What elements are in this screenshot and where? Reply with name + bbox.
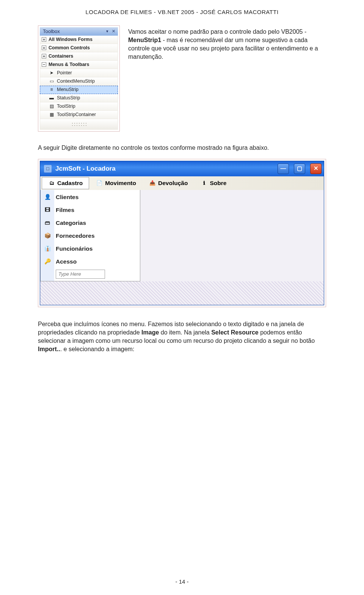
page-number: - 14 - [0,578,364,586]
menu-item-label: Devolução [158,179,188,187]
expand-icon[interactable] [42,37,46,42]
page-header: LOCADORA DE FILMES - VB.NET 2005 - JOSÉ … [38,0,326,20]
pointer-icon: ➤ [49,70,55,76]
dropdown-item-acesso[interactable]: 🔑 Acesso [41,255,139,268]
dropdown-item-label: Acesso [56,257,77,265]
toolbox-title-text: Toolbox [43,28,60,35]
toolbox-group-containers[interactable]: Containers [40,52,118,61]
toolbox-titlebar: Toolbox ▾ ✕ [40,27,118,36]
dropdown-item-label: Categorias [56,219,86,227]
type-here-input[interactable] [56,270,105,279]
maximize-button[interactable]: ▢ [294,163,305,174]
tool-strip-icon: ▤ [49,103,55,109]
devolucao-icon: 📥 [149,180,156,187]
collapse-icon[interactable] [42,62,46,67]
dropdown-item-filmes[interactable]: 🎞 Filmes [41,204,139,217]
toolbox-item-statusstrip[interactable]: ▬ StatusStrip [40,94,118,102]
para1-text-1: Vamos aceitar o nome padrão para o contr… [128,28,306,35]
toolbox-item-label: ToolStripContainer [57,111,96,118]
toolbox-frame: Toolbox ▾ ✕ All Windows Forms Common Con… [38,25,120,132]
app-icon: □ [44,165,52,173]
toolbox-group-label: All Windows Forms [49,36,93,43]
para2-bold-3: Import.. [38,346,60,352]
sobre-icon: ℹ [201,180,207,187]
acesso-icon: 🔑 [43,257,52,266]
toolbox-item-pointer[interactable]: ➤ Pointer [40,69,118,77]
toolbox-group-common-controls[interactable]: Common Controls [40,44,118,52]
menu-bar: 🗂 Cadastro 📄 Movimento 📥 Devolução ℹ Sob… [40,176,324,190]
para1-bold-1: MenuStrip1 [128,37,161,43]
expand-icon[interactable] [42,46,46,50]
dropdown-item-label: Fornecedores [56,232,95,240]
type-here-row[interactable] [41,268,139,280]
toolbox-item-toolstrip[interactable]: ▤ ToolStrip [40,102,118,111]
dropdown-item-fornecedores[interactable]: 📦 Fornecedores [41,229,139,242]
minimize-button[interactable]: — [278,163,289,174]
toolbox-group-label: Common Controls [49,45,90,51]
dropdown-item-categorias[interactable]: 🗃 Categorias [41,217,139,229]
dropdown-item-funcionarios[interactable]: 👔 Funcionários [41,242,139,255]
figure-locadora-window: □ JcmSoft - Locadora — ▢ ✕ 🗂 Cadastro 📄 … [38,159,326,307]
locadora-window: □ JcmSoft - Locadora — ▢ ✕ 🗂 Cadastro 📄 … [40,161,324,305]
toolbox-item-toolstripcontainer[interactable]: ▦ ToolStripContainer [40,111,118,119]
context-menu-icon: ▭ [49,78,55,84]
dropdown-icon[interactable]: ▾ [104,28,110,35]
categorias-icon: 🗃 [43,218,52,228]
dropdown-item-label: Filmes [56,206,74,214]
dropdown-item-clientes[interactable]: 👤 Clientes [41,191,139,204]
funcionarios-icon: 👔 [43,244,52,253]
menu-item-label: Cadastro [57,179,83,187]
toolbox-group-all-windows-forms[interactable]: All Windows Forms [40,36,118,44]
menu-strip-icon: ≡ [49,87,55,93]
paragraph-1: Vamos aceitar o nome padrão para o contr… [127,25,326,132]
para2-bold-1: Image [141,329,159,336]
paragraph-3: Perceba que incluímos ícones no menu. Fa… [38,320,326,353]
toolbox-item-label: ContextMenuStrip [57,78,95,85]
para2-text-2: do item. Na janela [159,329,211,336]
design-surface [40,281,324,305]
toolbox-item-label: ToolStrip [57,103,75,110]
window-body: 🗂 Cadastro 📄 Movimento 📥 Devolução ℹ Sob… [40,176,324,305]
cadastro-dropdown: 👤 Clientes 🎞 Filmes 🗃 Categorias 📦 Forne… [40,190,140,281]
menu-item-devolucao[interactable]: 📥 Devolução [143,177,194,189]
toolbox-panel: Toolbox ▾ ✕ All Windows Forms Common Con… [40,27,118,130]
tool-strip-container-icon: ▦ [49,111,55,118]
toolbox-item-label: Pointer [57,70,72,76]
clientes-icon: 👤 [43,193,52,202]
folder-icon: 🗂 [48,180,55,187]
close-icon[interactable]: ✕ [110,28,116,35]
toolbox-item-contextmenustrip[interactable]: ▭ ContextMenuStrip [40,77,118,86]
menu-item-label: Movimento [105,179,136,187]
dropdown-item-label: Funcionários [56,245,93,253]
toolbox-item-label: StatusStrip [57,95,80,101]
close-button[interactable]: ✕ [310,163,322,174]
fornecedores-icon: 📦 [43,231,52,240]
paragraph-2: A seguir Digite diretamente no controle … [38,144,326,152]
toolbox-group-label: Menus & Toolbars [49,61,89,68]
status-strip-icon: ▬ [49,95,55,101]
toolbox-group-label: Containers [49,53,73,60]
figure-toolbox-and-text: Toolbox ▾ ✕ All Windows Forms Common Con… [38,25,326,132]
window-title: JcmSoft - Locadora [55,164,116,173]
toolbox-item-menustrip[interactable]: ≡ MenuStrip [40,86,118,94]
para2-text-4: . e selecionando a imagem: [60,346,135,352]
dropdown-item-label: Clientes [56,193,78,201]
toolbox-grip [40,119,118,130]
menu-item-movimento[interactable]: 📄 Movimento [90,177,142,189]
menu-item-label: Sobre [210,179,226,187]
filmes-icon: 🎞 [43,206,52,215]
para2-bold-2: Select Resource [211,329,259,336]
menu-item-sobre[interactable]: ℹ Sobre [195,177,232,189]
movimento-icon: 📄 [96,180,103,187]
menu-item-cadastro[interactable]: 🗂 Cadastro [42,177,89,189]
toolbox-item-label: MenuStrip [57,86,78,93]
window-titlebar[interactable]: □ JcmSoft - Locadora — ▢ ✕ [40,161,324,176]
grip-icon [71,122,86,126]
toolbox-group-menus-toolbars[interactable]: Menus & Toolbars [40,61,118,69]
expand-icon[interactable] [42,54,46,58]
